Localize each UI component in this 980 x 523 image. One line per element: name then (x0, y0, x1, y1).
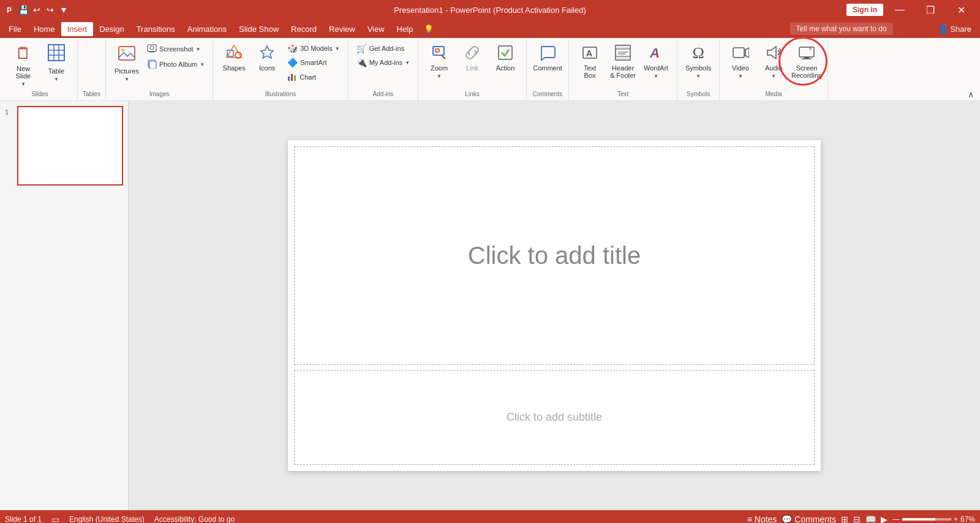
zoom-in-button[interactable]: + (954, 515, 958, 523)
svg-marker-14 (227, 45, 241, 58)
shapes-icon (225, 44, 243, 62)
main-area: 1 Click to add title Click to add subtit… (0, 101, 980, 510)
menu-home[interactable]: Home (28, 22, 61, 36)
ribbon-group-text: A TextBox Header& Footer (569, 40, 677, 100)
slides-panel: 1 (0, 101, 129, 510)
slide-number-1: 1 (5, 106, 13, 116)
tell-me-box[interactable]: Tell me what you want to do (790, 23, 893, 35)
my-addins-icon: 🔌 (356, 58, 367, 67)
svg-rect-11 (149, 51, 154, 53)
chart-button[interactable]: Chart (284, 70, 343, 85)
text-box-button[interactable]: A TextBox (574, 42, 606, 82)
slide-layout-icon[interactable]: ▭ (51, 514, 59, 523)
ribbon-group-symbols-items: Ω Symbols ▼ (682, 42, 714, 89)
slide-subtitle-placeholder[interactable]: Click to add subtitle (294, 370, 815, 465)
menu-view[interactable]: View (361, 22, 391, 36)
new-slide-icon: 🗒 (15, 44, 31, 63)
minimize-button[interactable]: — (886, 0, 914, 20)
header-footer-button[interactable]: Header& Footer (607, 42, 639, 82)
smartart-button[interactable]: 🔷 SmartArt (284, 56, 343, 69)
comments-button[interactable]: 💬 Comments (782, 514, 836, 523)
menu-file[interactable]: File (2, 22, 28, 36)
photo-album-button[interactable]: Photo Album ▼ (144, 57, 208, 72)
accessibility-status[interactable]: Accessibility: Good to go (154, 515, 235, 523)
video-button[interactable]: Video ▼ (725, 42, 756, 82)
screenshot-button[interactable]: Screenshot ▼ (144, 42, 208, 56)
zoom-button[interactable]: Zoom ▼ (423, 42, 455, 82)
smartart-icon: 🔷 (287, 58, 298, 67)
zoom-control: — + 67% (892, 515, 975, 523)
menu-review[interactable]: Review (323, 22, 361, 36)
link-icon (464, 44, 481, 62)
addins-col: 🛒 Get Add-ins 🔌 My Add-ins ▼ (353, 42, 413, 69)
svg-marker-34 (745, 48, 749, 58)
notes-button[interactable]: ≡ Notes (747, 514, 777, 523)
redo-icon[interactable]: ↪ (45, 5, 55, 15)
screen-recording-icon: ● (798, 44, 815, 62)
menu-transitions[interactable]: Transitions (130, 22, 181, 36)
comment-button[interactable]: Comment (532, 42, 564, 82)
undo-icon[interactable]: ↩ (32, 5, 42, 15)
close-button[interactable]: ✕ (947, 0, 975, 20)
slides-group-label: Slides (7, 91, 72, 99)
ribbon-collapse-button[interactable]: ∧ (964, 88, 978, 100)
save-icon[interactable]: 💾 (18, 5, 28, 15)
table-button[interactable]: Table ▼ (40, 42, 72, 85)
screen-recording-button[interactable]: ● ScreenRecording (791, 42, 823, 82)
slide-thumbnail-1[interactable] (17, 106, 123, 186)
my-addins-button[interactable]: 🔌 My Add-ins ▼ (353, 56, 413, 69)
status-bar-right: ≡ Notes 💬 Comments ⊞ ⊟ 📖 ▶ — + 67% (747, 514, 975, 523)
slide-sorter-button[interactable]: ⊟ (853, 514, 861, 523)
slide-title-placeholder[interactable]: Click to add title (294, 146, 815, 365)
audio-icon (765, 44, 782, 62)
slide-thumb-1-wrapper: 1 (5, 106, 123, 186)
ribbon-group-images-items: Pictures ▼ Screenshot ▼ (111, 42, 208, 89)
svg-rect-28 (616, 45, 630, 49)
new-slide-button[interactable]: 🗒 NewSlide ▼ (7, 42, 39, 89)
pictures-button[interactable]: Pictures ▼ (111, 42, 143, 85)
3d-models-icon: 🎲 (287, 43, 298, 53)
zoom-out-button[interactable]: — (892, 515, 900, 523)
menu-design[interactable]: Design (93, 22, 130, 36)
3d-models-button[interactable]: 🎲 3D Models ▼ (284, 42, 343, 55)
shapes-button[interactable]: Shapes (218, 42, 250, 82)
share-button[interactable]: 👤 Share (932, 22, 978, 36)
svg-text:A: A (586, 48, 592, 58)
menu-slideshow[interactable]: Slide Show (233, 22, 285, 36)
svg-marker-35 (767, 47, 776, 59)
screenshot-icon (147, 43, 157, 55)
wordart-button[interactable]: A WordArt ▼ (640, 42, 672, 82)
powerpoint-icon[interactable]: P (5, 5, 15, 15)
tables-group-label: Tables (83, 91, 100, 99)
menu-insert[interactable]: Insert (61, 22, 94, 36)
ribbon-group-text-items: A TextBox Header& Footer (574, 42, 672, 89)
audio-button[interactable]: Audio ▼ (758, 42, 790, 82)
zoom-slider[interactable] (902, 518, 951, 521)
icons-button[interactable]: Icons (251, 42, 283, 82)
title-bar: P 💾 ↩ ↪ ▼ Presentation1 - PowerPoint (Pr… (0, 0, 980, 20)
svg-rect-20 (294, 75, 296, 81)
symbols-button[interactable]: Ω Symbols ▼ (682, 42, 714, 82)
normal-view-button[interactable]: ⊞ (841, 514, 848, 523)
slideshow-button[interactable]: ▶ (881, 514, 888, 523)
svg-rect-13 (149, 61, 156, 69)
sign-in-button[interactable]: Sign in (846, 4, 883, 16)
reading-view-button[interactable]: 📖 (865, 514, 876, 523)
symbols-group-label: Symbols (682, 91, 714, 99)
customize-qat-icon[interactable]: ▼ (59, 5, 69, 15)
get-addins-button[interactable]: 🛒 Get Add-ins (353, 42, 413, 55)
zoom-percent[interactable]: 67% (960, 515, 975, 523)
action-button[interactable]: Action (489, 42, 521, 82)
wordart-icon: A (647, 44, 665, 62)
menu-record[interactable]: Record (285, 22, 323, 36)
restore-button[interactable]: ❐ (916, 0, 944, 20)
illustrations-col: 🎲 3D Models ▼ 🔷 SmartArt (284, 42, 343, 85)
menu-help[interactable]: Help (391, 22, 420, 36)
ribbon-group-illustrations: Shapes Icons 🎲 3D Models ▼ 🔷 Sma (213, 40, 349, 100)
symbols-icon: Ω (692, 44, 704, 62)
link-button[interactable]: Link (456, 42, 488, 82)
window-title: Presentation1 - PowerPoint (Product Acti… (394, 6, 586, 15)
ribbon-group-slides: 🗒 NewSlide ▼ Table ▼ Slides (2, 40, 78, 100)
menu-animations[interactable]: Animations (181, 22, 233, 36)
svg-text:●: ● (809, 47, 812, 51)
